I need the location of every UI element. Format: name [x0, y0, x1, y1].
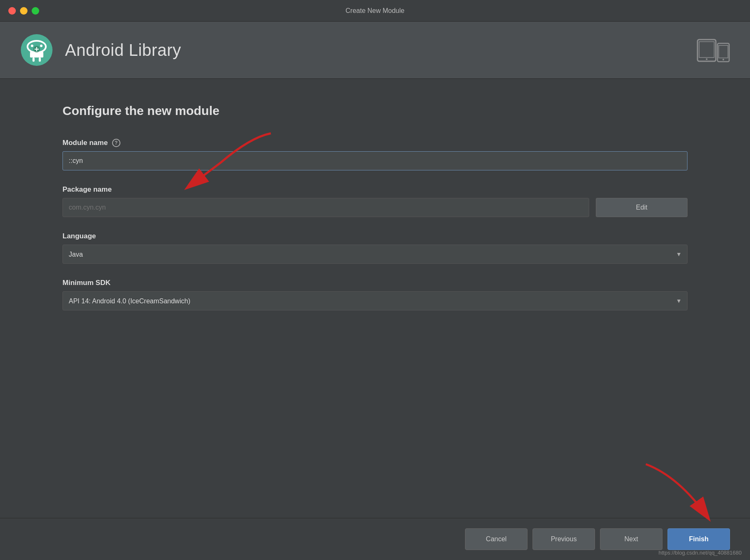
minimum-sdk-group: Minimum SDK API 14: Android 4.0 (IceCrea… — [62, 279, 688, 310]
package-name-group: Package name Edit — [62, 185, 688, 217]
minimum-sdk-select[interactable]: API 14: Android 4.0 (IceCreamSandwich) A… — [62, 291, 688, 310]
package-row: Edit — [62, 198, 688, 217]
language-select[interactable]: Java Kotlin — [62, 245, 688, 264]
device-icon-svg — [697, 38, 730, 62]
header-title: Android Library — [65, 41, 181, 60]
svg-point-3 — [40, 45, 42, 47]
svg-rect-4 — [30, 52, 43, 58]
svg-rect-8 — [698, 40, 716, 61]
language-select-wrapper: Java Kotlin ▼ — [62, 245, 688, 264]
module-name-group: Module name ? — [62, 139, 688, 170]
minimum-sdk-label-text: Minimum SDK — [62, 279, 110, 287]
header-left: Android Library — [20, 33, 181, 67]
svg-rect-6 — [39, 58, 41, 62]
header-area: Android Library — [0, 22, 750, 79]
main-content: Configure the new module Module name ? P… — [0, 79, 750, 518]
package-name-label: Package name — [62, 185, 688, 194]
language-label: Language — [62, 232, 688, 240]
module-name-help-icon[interactable]: ? — [112, 139, 120, 147]
main-window: Create New Module Android Library — [0, 0, 750, 560]
package-name-label-text: Package name — [62, 185, 112, 194]
language-label-text: Language — [62, 232, 96, 240]
footer-url: https://blog.csdn.net/qq_40881680 — [659, 550, 742, 556]
device-icons — [697, 38, 730, 62]
module-name-input[interactable] — [62, 151, 688, 170]
android-studio-icon — [20, 33, 53, 67]
svg-rect-12 — [719, 45, 728, 58]
edit-button[interactable]: Edit — [596, 198, 688, 217]
close-button[interactable] — [8, 7, 16, 15]
finish-button[interactable]: Finish — [668, 528, 730, 550]
module-name-label: Module name ? — [62, 139, 688, 147]
svg-rect-5 — [32, 58, 35, 62]
window-title: Create New Module — [345, 7, 404, 15]
language-group: Language Java Kotlin ▼ — [62, 232, 688, 264]
svg-point-10 — [706, 58, 708, 60]
cancel-button[interactable]: Cancel — [465, 528, 528, 550]
svg-rect-9 — [699, 42, 714, 58]
minimize-button[interactable] — [20, 7, 28, 15]
window-controls — [8, 7, 39, 15]
previous-button[interactable]: Previous — [532, 528, 595, 550]
package-name-input[interactable] — [62, 198, 589, 217]
module-name-label-text: Module name — [62, 139, 108, 147]
svg-point-13 — [722, 59, 724, 60]
svg-point-2 — [31, 45, 33, 47]
title-bar: Create New Module — [0, 0, 750, 22]
next-button[interactable]: Next — [600, 528, 662, 550]
minimum-sdk-label: Minimum SDK — [62, 279, 688, 287]
minimum-sdk-select-wrapper: API 14: Android 4.0 (IceCreamSandwich) A… — [62, 291, 688, 310]
bottom-bar: Cancel Previous Next Finish — [0, 518, 750, 560]
maximize-button[interactable] — [32, 7, 39, 15]
section-title: Configure the new module — [62, 104, 688, 118]
